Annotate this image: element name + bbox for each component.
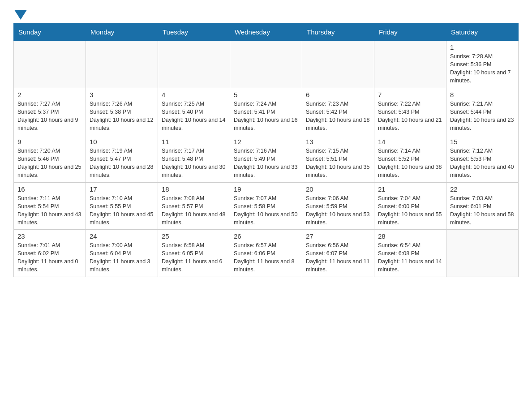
calendar-cell: 21Sunrise: 7:04 AMSunset: 6:00 PMDayligh… <box>374 182 446 230</box>
weekday-header-sunday: Sunday <box>14 24 86 41</box>
calendar-cell: 25Sunrise: 6:58 AMSunset: 6:05 PMDayligh… <box>158 230 230 277</box>
logo <box>13 9 27 19</box>
calendar-cell <box>446 230 519 277</box>
day-number: 21 <box>378 185 442 193</box>
day-number: 13 <box>306 138 370 146</box>
calendar-cell: 18Sunrise: 7:08 AMSunset: 5:57 PMDayligh… <box>158 182 230 230</box>
day-info: Sunrise: 7:24 AMSunset: 5:41 PMDaylight:… <box>234 100 298 133</box>
calendar-cell: 26Sunrise: 6:57 AMSunset: 6:06 PMDayligh… <box>230 230 302 277</box>
day-number: 17 <box>90 185 154 193</box>
day-info: Sunrise: 7:12 AMSunset: 5:53 PMDaylight:… <box>450 147 515 180</box>
day-info: Sunrise: 7:14 AMSunset: 5:52 PMDaylight:… <box>378 147 442 180</box>
weekday-header-monday: Monday <box>86 24 158 41</box>
weekday-header-thursday: Thursday <box>302 24 374 41</box>
day-info: Sunrise: 7:25 AMSunset: 5:40 PMDaylight:… <box>162 100 226 133</box>
calendar-cell: 9Sunrise: 7:20 AMSunset: 5:46 PMDaylight… <box>14 135 86 183</box>
day-number: 8 <box>450 91 515 98</box>
calendar-cell: 1Sunrise: 7:28 AMSunset: 5:36 PMDaylight… <box>446 41 519 88</box>
calendar-cell: 15Sunrise: 7:12 AMSunset: 5:53 PMDayligh… <box>446 135 519 183</box>
day-number: 12 <box>234 138 298 146</box>
day-number: 10 <box>90 138 154 146</box>
day-info: Sunrise: 7:00 AMSunset: 6:04 PMDaylight:… <box>90 241 154 274</box>
day-info: Sunrise: 7:04 AMSunset: 6:00 PMDaylight:… <box>378 194 442 227</box>
calendar-cell: 3Sunrise: 7:26 AMSunset: 5:38 PMDaylight… <box>86 88 158 135</box>
day-info: Sunrise: 7:15 AMSunset: 5:51 PMDaylight:… <box>306 147 370 180</box>
day-info: Sunrise: 7:19 AMSunset: 5:47 PMDaylight:… <box>90 147 154 180</box>
calendar-cell: 14Sunrise: 7:14 AMSunset: 5:52 PMDayligh… <box>374 135 446 183</box>
day-info: Sunrise: 6:57 AMSunset: 6:06 PMDaylight:… <box>234 241 298 274</box>
day-number: 27 <box>306 232 370 240</box>
day-number: 5 <box>234 91 298 98</box>
day-info: Sunrise: 7:16 AMSunset: 5:49 PMDaylight:… <box>234 147 298 180</box>
calendar-cell: 22Sunrise: 7:03 AMSunset: 6:01 PMDayligh… <box>446 182 519 230</box>
calendar-cell: 11Sunrise: 7:17 AMSunset: 5:48 PMDayligh… <box>158 135 230 183</box>
calendar-cell <box>374 41 446 88</box>
calendar-cell: 5Sunrise: 7:24 AMSunset: 5:41 PMDaylight… <box>230 88 302 135</box>
day-info: Sunrise: 7:20 AMSunset: 5:46 PMDaylight:… <box>17 147 82 180</box>
day-number: 14 <box>378 138 442 146</box>
day-info: Sunrise: 7:07 AMSunset: 5:58 PMDaylight:… <box>234 194 298 227</box>
calendar-cell: 27Sunrise: 6:56 AMSunset: 6:07 PMDayligh… <box>302 230 374 277</box>
day-info: Sunrise: 7:26 AMSunset: 5:38 PMDaylight:… <box>90 100 154 133</box>
day-number: 15 <box>450 138 515 146</box>
calendar-cell: 20Sunrise: 7:06 AMSunset: 5:59 PMDayligh… <box>302 182 374 230</box>
weekday-header-wednesday: Wednesday <box>230 24 302 41</box>
week-row-4: 16Sunrise: 7:11 AMSunset: 5:54 PMDayligh… <box>14 182 519 230</box>
day-info: Sunrise: 7:21 AMSunset: 5:44 PMDaylight:… <box>450 100 515 133</box>
weekday-header-saturday: Saturday <box>446 24 519 41</box>
calendar-cell: 7Sunrise: 7:22 AMSunset: 5:43 PMDaylight… <box>374 88 446 135</box>
day-number: 9 <box>17 138 82 146</box>
calendar-cell: 16Sunrise: 7:11 AMSunset: 5:54 PMDayligh… <box>14 182 86 230</box>
day-info: Sunrise: 7:10 AMSunset: 5:55 PMDaylight:… <box>90 194 154 227</box>
calendar-cell: 19Sunrise: 7:07 AMSunset: 5:58 PMDayligh… <box>230 182 302 230</box>
day-number: 26 <box>234 232 298 240</box>
day-number: 2 <box>17 91 82 98</box>
weekday-header-row: SundayMondayTuesdayWednesdayThursdayFrid… <box>14 24 519 41</box>
calendar-cell <box>86 41 158 88</box>
day-number: 19 <box>234 185 298 193</box>
calendar-cell: 24Sunrise: 7:00 AMSunset: 6:04 PMDayligh… <box>86 230 158 277</box>
day-info: Sunrise: 7:27 AMSunset: 5:37 PMDaylight:… <box>17 100 82 133</box>
calendar-cell: 6Sunrise: 7:23 AMSunset: 5:42 PMDaylight… <box>302 88 374 135</box>
day-number: 23 <box>17 232 82 240</box>
day-info: Sunrise: 7:17 AMSunset: 5:48 PMDaylight:… <box>162 147 226 180</box>
calendar-cell: 8Sunrise: 7:21 AMSunset: 5:44 PMDaylight… <box>446 88 519 135</box>
day-number: 1 <box>450 43 515 51</box>
day-number: 20 <box>306 185 370 193</box>
day-number: 24 <box>90 232 154 240</box>
day-number: 22 <box>450 185 515 193</box>
calendar-cell <box>302 41 374 88</box>
calendar-cell: 4Sunrise: 7:25 AMSunset: 5:40 PMDaylight… <box>158 88 230 135</box>
day-number: 28 <box>378 232 442 240</box>
day-info: Sunrise: 7:11 AMSunset: 5:54 PMDaylight:… <box>17 194 82 227</box>
day-number: 3 <box>90 91 154 98</box>
day-info: Sunrise: 7:03 AMSunset: 6:01 PMDaylight:… <box>450 194 515 227</box>
weekday-header-tuesday: Tuesday <box>158 24 230 41</box>
day-info: Sunrise: 6:56 AMSunset: 6:07 PMDaylight:… <box>306 241 370 274</box>
calendar-cell <box>230 41 302 88</box>
week-row-1: 1Sunrise: 7:28 AMSunset: 5:36 PMDaylight… <box>14 41 519 88</box>
day-number: 4 <box>162 91 226 98</box>
day-info: Sunrise: 7:23 AMSunset: 5:42 PMDaylight:… <box>306 100 370 133</box>
week-row-2: 2Sunrise: 7:27 AMSunset: 5:37 PMDaylight… <box>14 88 519 135</box>
calendar-cell: 2Sunrise: 7:27 AMSunset: 5:37 PMDaylight… <box>14 88 86 135</box>
day-number: 7 <box>378 91 442 98</box>
calendar-table: SundayMondayTuesdayWednesdayThursdayFrid… <box>13 23 519 277</box>
calendar-cell: 17Sunrise: 7:10 AMSunset: 5:55 PMDayligh… <box>86 182 158 230</box>
day-number: 18 <box>162 185 226 193</box>
day-info: Sunrise: 6:58 AMSunset: 6:05 PMDaylight:… <box>162 241 226 274</box>
calendar-cell <box>158 41 230 88</box>
day-number: 6 <box>306 91 370 98</box>
logo-triangle-icon <box>14 10 27 20</box>
calendar-cell: 23Sunrise: 7:01 AMSunset: 6:02 PMDayligh… <box>14 230 86 277</box>
calendar-cell <box>14 41 86 88</box>
day-info: Sunrise: 7:06 AMSunset: 5:59 PMDaylight:… <box>306 194 370 227</box>
day-info: Sunrise: 7:01 AMSunset: 6:02 PMDaylight:… <box>17 241 82 274</box>
day-number: 11 <box>162 138 226 146</box>
calendar-cell: 12Sunrise: 7:16 AMSunset: 5:49 PMDayligh… <box>230 135 302 183</box>
week-row-5: 23Sunrise: 7:01 AMSunset: 6:02 PMDayligh… <box>14 230 519 277</box>
calendar-cell: 28Sunrise: 6:54 AMSunset: 6:08 PMDayligh… <box>374 230 446 277</box>
week-row-3: 9Sunrise: 7:20 AMSunset: 5:46 PMDaylight… <box>14 135 519 183</box>
day-info: Sunrise: 7:22 AMSunset: 5:43 PMDaylight:… <box>378 100 442 133</box>
day-info: Sunrise: 7:28 AMSunset: 5:36 PMDaylight:… <box>450 52 515 85</box>
